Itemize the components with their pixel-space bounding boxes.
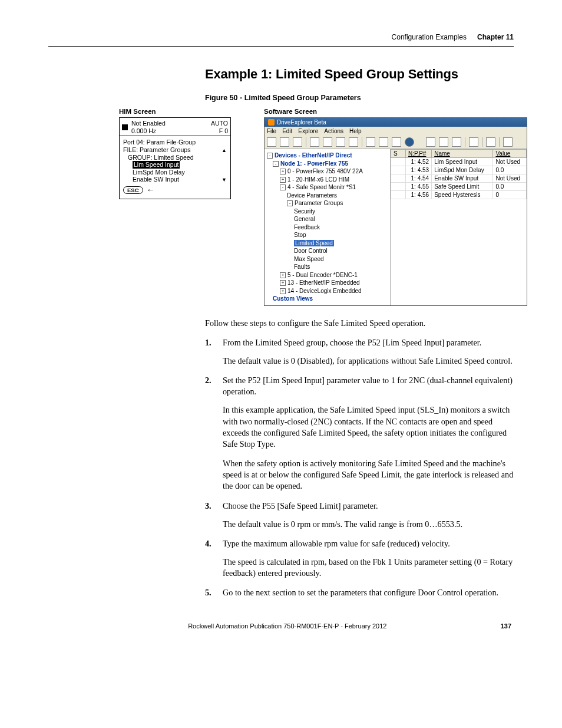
tree-custom-views[interactable]: Custom Views xyxy=(273,295,313,302)
save-icon[interactable] xyxy=(293,137,302,147)
menu-help[interactable]: Help xyxy=(349,128,362,134)
step-sub: The default value is 0 rpm or mm/s. The … xyxy=(223,519,514,530)
grid-col-s[interactable]: S xyxy=(391,150,406,158)
tree-n0[interactable]: 0 - PowerFlex 755 480V 22A xyxy=(287,168,363,174)
tree-root[interactable]: Devices - EtherNet/IP Direct xyxy=(275,152,352,159)
step-sub: The default value is 0 (Disabled), for a… xyxy=(223,355,514,367)
header-chapter: Chapter 11 xyxy=(477,33,514,41)
new-icon[interactable] xyxy=(267,137,276,147)
step-number: 1. xyxy=(205,337,211,348)
compare-icon[interactable] xyxy=(452,137,461,147)
menubar: File Edit Explore Actions Help xyxy=(265,127,527,136)
step-number: 2. xyxy=(205,375,211,386)
dropdown-icon[interactable] xyxy=(379,137,388,147)
help-icon[interactable] xyxy=(503,137,513,147)
him-auto: AUTO xyxy=(211,120,228,127)
wizard-icon[interactable] xyxy=(366,137,375,147)
open-icon[interactable] xyxy=(280,137,289,147)
menu-edit[interactable]: Edit xyxy=(282,128,292,134)
app-logo-icon xyxy=(268,119,275,126)
step-sub: When the safety option is actively monit… xyxy=(223,458,514,492)
menu-explore[interactable]: Explore xyxy=(298,128,318,134)
table-row: 1: 4.56Speed Hysteresis0 xyxy=(391,191,527,199)
him-screen-block: HIM Screen Not Enabled 0.000 Hz AUTO F 0 xyxy=(119,108,231,199)
upload-icon[interactable] xyxy=(426,137,435,147)
tree-grp-general[interactable]: General xyxy=(294,216,315,222)
section-title: Example 1: Limited Speed Group Settings xyxy=(205,67,514,82)
step-lead: Type the maximum allowable rpm value for… xyxy=(223,539,450,548)
table-row: 1: 4.52Lim Speed InputNot Used xyxy=(391,158,527,166)
tree-n1[interactable]: 1 - 20-HIM-x6 LCD HIM xyxy=(287,176,349,183)
publication-info: Rockwell Automation Publication 750-RM00… xyxy=(74,622,501,630)
tree-n13[interactable]: 13 - EtherNet/IP Embedded xyxy=(287,279,360,286)
esc-button[interactable]: ESC xyxy=(123,186,143,194)
tree-paramgroups[interactable]: Parameter Groups xyxy=(295,200,343,206)
page-footer: Rockwell Automation Publication 750-RM00… xyxy=(48,622,514,630)
tree-n4[interactable]: 4 - Safe Speed Monitr *S1 xyxy=(287,184,356,190)
grid-col-name[interactable]: Name xyxy=(432,150,493,158)
him-item-selected: Lim Speed Input xyxy=(133,161,180,169)
him-hz: 0.000 Hz xyxy=(131,127,166,135)
tree-grp-max-speed[interactable]: Max Speed xyxy=(294,256,324,262)
step-number: 4. xyxy=(205,538,211,549)
step-sub: The speed is calculated in rpm, based on… xyxy=(223,556,514,579)
tree-grp-limited-speed[interactable]: Limited Speed xyxy=(294,240,334,246)
menu-actions[interactable]: Actions xyxy=(324,128,343,134)
device-tree[interactable]: -Devices - EtherNet/IP Direct -Node 1: -… xyxy=(265,149,391,305)
copy-icon[interactable] xyxy=(323,137,332,147)
step-lead: From the Limited Speed group, choose the… xyxy=(223,338,481,347)
him-status: Not Enabled xyxy=(131,120,166,127)
window-titlebar: DriveExplorer Beta xyxy=(265,118,527,127)
table-row: 1: 4.55Safe Speed Limit0.0 xyxy=(391,183,527,191)
grid-col-np[interactable]: N:P.P# xyxy=(406,150,432,158)
him-item-2: LimSpd Mon Delay xyxy=(123,169,227,176)
step-lead: Go to the next section to set the parame… xyxy=(223,588,498,597)
running-header: Configuration Examples Chapter 11 xyxy=(48,29,514,47)
step-lead: Set the P52 [Lim Speed Input] parameter … xyxy=(223,375,513,396)
figure-caption: Figure 50 - Limited Speed Group Paramete… xyxy=(205,94,514,102)
flash-icon[interactable] xyxy=(469,137,478,147)
scroll-up-icon xyxy=(222,146,227,154)
him-item-3: Enable SW Input xyxy=(123,176,179,183)
tree-grp-faults[interactable]: Faults xyxy=(294,263,310,270)
tree-node1[interactable]: Node 1: - PowerFlex 755 xyxy=(280,160,348,167)
page-number: 137 xyxy=(501,622,511,630)
cut-icon[interactable] xyxy=(310,137,319,147)
paste-icon[interactable] xyxy=(336,137,345,147)
parameter-grid: S N:P.P# Name Value 1: 4.52Lim Speed Inp… xyxy=(391,149,527,305)
tree-grp-door-control[interactable]: Door Control xyxy=(294,248,328,254)
him-f0: F 0 xyxy=(211,127,228,135)
step-number: 5. xyxy=(205,587,211,598)
print-icon[interactable] xyxy=(349,137,358,147)
him-group-line: GROUP: Limited Speed xyxy=(123,154,227,162)
menu-file[interactable]: File xyxy=(267,128,276,134)
properties-icon[interactable] xyxy=(392,137,401,147)
tree-grp-stop[interactable]: Stop xyxy=(294,232,306,238)
step-lead: Choose the P55 [Safe Speed Limit] parame… xyxy=(223,501,378,510)
steps-list: 1. From the Limited Speed group, choose … xyxy=(205,337,514,599)
software-screen-block: Software Screen DriveExplorer Beta File … xyxy=(264,108,527,306)
header-section: Configuration Examples xyxy=(392,33,467,41)
him-port-line: Port 04: Param File-Group xyxy=(123,139,227,146)
software-label: Software Screen xyxy=(264,108,527,115)
toolbar xyxy=(265,136,527,149)
tree-n5[interactable]: 5 - Dual Encoder *DENC-1 xyxy=(287,272,358,278)
him-label: HIM Screen xyxy=(119,108,231,115)
tree-grp-security[interactable]: Security xyxy=(294,208,315,215)
tree-grp-feedback[interactable]: Feedback xyxy=(294,224,320,230)
back-arrow-icon xyxy=(147,185,155,195)
table-row: 1: 4.53LimSpd Mon Delay0.0 xyxy=(391,166,527,174)
him-file-line: FILE: Parameter Groups xyxy=(123,146,190,154)
step-number: 3. xyxy=(205,500,211,512)
scroll-down-icon xyxy=(222,176,227,183)
download-icon[interactable] xyxy=(439,137,448,147)
tree-devparams[interactable]: Device Parameters xyxy=(287,192,337,199)
refresh-icon[interactable] xyxy=(486,137,495,147)
grid-col-value[interactable]: Value xyxy=(493,150,527,158)
info-icon[interactable] xyxy=(405,137,414,147)
stop-icon xyxy=(122,124,128,130)
tree-n14[interactable]: 14 - DeviceLogix Embedded xyxy=(287,288,362,294)
step-sub: In this example application, the Safe Li… xyxy=(223,404,514,450)
intro-text: Follow these steps to configure the Safe… xyxy=(205,318,514,329)
window-title: DriveExplorer Beta xyxy=(277,119,326,126)
